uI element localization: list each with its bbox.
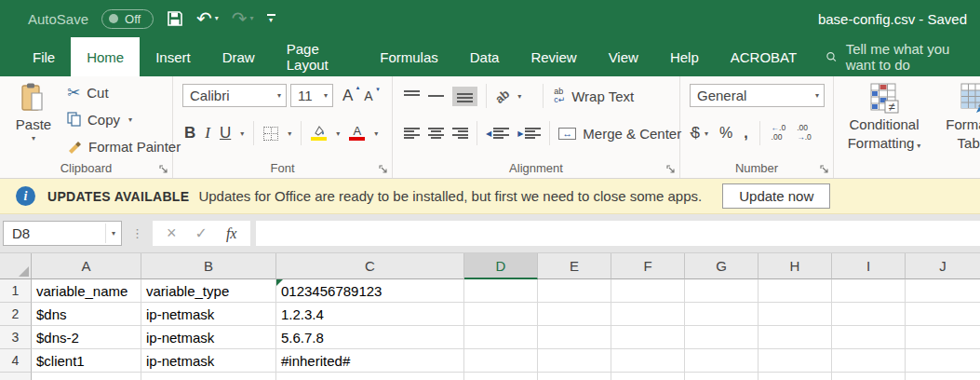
tab-file[interactable]: File (17, 37, 71, 76)
cell-I3[interactable] (832, 326, 906, 349)
cell-I5[interactable] (832, 373, 906, 380)
accounting-caret-icon[interactable]: ▾ (705, 129, 708, 138)
tab-view[interactable]: View (593, 37, 654, 76)
cell-D1[interactable] (464, 279, 538, 303)
cell-C1[interactable]: 0123456789123 (276, 279, 464, 303)
accounting-format-button[interactable]: $ (691, 125, 700, 142)
align-center-icon[interactable] (428, 128, 444, 140)
format-as-table-button[interactable]: Format as Table▾ (933, 82, 980, 156)
cell-C3[interactable]: 5.6.7.8 (276, 326, 464, 349)
cell-H4[interactable] (758, 349, 832, 373)
cell-B2[interactable]: ip-netmask (141, 303, 276, 326)
fill-color-button[interactable] (311, 126, 327, 141)
align-bottom-button-selected[interactable] (452, 87, 477, 106)
cell-A2[interactable]: $dns (32, 303, 141, 326)
column-header-A[interactable]: A (32, 253, 141, 279)
cell-E1[interactable] (538, 279, 611, 303)
tab-review[interactable]: Review (515, 37, 592, 76)
bold-button[interactable]: B (184, 124, 195, 142)
underline-button[interactable]: U (220, 124, 231, 142)
cell-A1[interactable]: variable_name (32, 279, 141, 303)
formula-bar-drag-handle[interactable]: ⋮ (131, 226, 143, 240)
cell-F4[interactable] (611, 349, 685, 373)
orientation-caret-icon[interactable]: ▾ (517, 92, 521, 101)
tell-me-search[interactable]: Tell me what you want to do (826, 37, 980, 76)
cell-A4[interactable]: $client1 (32, 349, 141, 373)
cell-J2[interactable] (906, 303, 980, 326)
cell-G5[interactable] (685, 373, 758, 380)
paste-button[interactable]: Paste ▾ (7, 82, 60, 158)
undo-icon[interactable]: ↶▾ (196, 9, 219, 28)
underline-caret-icon[interactable]: ▾ (240, 129, 244, 138)
increase-font-size-button[interactable]: A▴ (342, 87, 353, 105)
cell-J5[interactable] (906, 373, 980, 380)
copy-button[interactable]: Copy ▾ (67, 109, 181, 129)
tab-formulas[interactable]: Formulas (364, 37, 454, 76)
autosave-toggle[interactable]: Off (101, 9, 154, 29)
align-middle-icon[interactable] (428, 90, 444, 102)
font-size-combo[interactable]: 11 ▾ (290, 84, 333, 107)
decrease-indent-button[interactable]: ◀ (486, 128, 509, 140)
tab-page-layout[interactable]: Page Layout (271, 37, 365, 76)
cell-A3[interactable]: $dns-2 (32, 326, 141, 349)
cell-I4[interactable] (832, 349, 906, 373)
cell-H2[interactable] (758, 303, 832, 326)
name-box[interactable]: D8 ▾ (3, 221, 122, 246)
merge-center-button[interactable]: ↔ Merge & Center ▾ (558, 123, 693, 143)
row-header-1[interactable]: 1 (0, 279, 32, 303)
cell-H1[interactable] (758, 279, 832, 303)
tab-data[interactable]: Data (454, 37, 516, 76)
clipboard-dialog-launcher-icon[interactable] (159, 165, 168, 174)
conditional-formatting-button[interactable]: ≠ Conditional Formatting▾ (839, 82, 929, 156)
column-header-G[interactable]: G (685, 253, 758, 279)
row-header-3[interactable]: 3 (0, 326, 32, 349)
increase-indent-button[interactable]: ▶ (517, 128, 541, 140)
customize-qat-icon[interactable]: ▾ (267, 14, 275, 24)
borders-icon[interactable] (263, 127, 278, 141)
cell-D3[interactable] (464, 326, 538, 349)
column-header-H[interactable]: H (758, 253, 832, 279)
comma-style-button[interactable]: , (744, 125, 747, 142)
row-header-4[interactable]: 4 (0, 349, 32, 373)
cell-C2[interactable]: 1.2.3.4 (276, 303, 464, 326)
select-all-button[interactable] (0, 253, 32, 279)
cell-H3[interactable] (758, 326, 832, 349)
cell-E5[interactable] (538, 373, 611, 380)
align-right-icon[interactable] (452, 128, 468, 140)
row-header-2[interactable]: 2 (0, 303, 32, 326)
insert-function-icon[interactable]: fx (226, 225, 237, 242)
formula-input[interactable] (256, 221, 980, 246)
cancel-icon[interactable]: × (167, 224, 177, 243)
cell-F1[interactable] (611, 279, 685, 303)
decrease-decimal-icon[interactable]: .00 →.0 (797, 124, 812, 142)
cut-button[interactable]: ✂ Cut (67, 82, 181, 102)
font-color-button[interactable]: A (349, 126, 365, 141)
update-now-button[interactable]: Update now (722, 183, 830, 209)
cell-F3[interactable] (611, 326, 685, 349)
tab-home[interactable]: Home (71, 37, 140, 76)
cell-G4[interactable] (685, 349, 758, 373)
number-dialog-launcher-icon[interactable] (820, 165, 829, 174)
orientation-icon[interactable]: ab (492, 86, 512, 105)
tab-draw[interactable]: Draw (207, 37, 271, 76)
column-header-E[interactable]: E (538, 253, 611, 279)
cell-J4[interactable] (906, 349, 980, 373)
percent-style-button[interactable]: % (719, 125, 732, 142)
cell-G3[interactable] (685, 326, 758, 349)
font-name-combo[interactable]: Calibri ▾ (182, 84, 287, 107)
cell-J3[interactable] (906, 326, 980, 349)
cell-H5[interactable] (758, 373, 832, 380)
redo-icon[interactable]: ↷▾ (232, 9, 254, 28)
cell-C4[interactable]: #inherited# (276, 349, 464, 373)
cell-I2[interactable] (832, 303, 906, 326)
cell-I1[interactable] (832, 279, 906, 303)
font-color-caret-icon[interactable]: ▾ (374, 129, 378, 138)
cell-C5[interactable] (276, 373, 464, 380)
column-header-I[interactable]: I (832, 253, 906, 279)
column-header-D-selected[interactable]: D (464, 253, 538, 279)
cell-J1[interactable] (906, 279, 980, 303)
cell-B4[interactable]: ip-netmask (141, 349, 276, 373)
cell-E4[interactable] (538, 349, 611, 373)
column-header-F[interactable]: F (611, 253, 685, 279)
cell-B3[interactable]: ip-netmask (141, 326, 276, 349)
